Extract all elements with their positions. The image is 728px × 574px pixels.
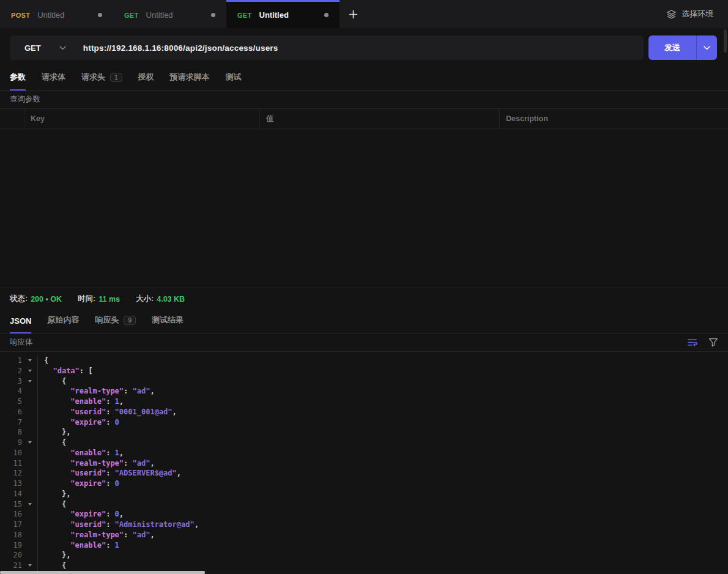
line-number: 18	[0, 530, 22, 540]
query-params-empty-body[interactable]	[0, 129, 728, 288]
line-number: 21	[0, 561, 22, 571]
code-line: 2 "data": [	[0, 366, 728, 376]
request-tab-5[interactable]: 预请求脚本	[170, 72, 210, 91]
response-tab-4[interactable]: 测试结果	[152, 315, 184, 334]
tab-method-badge: GET	[237, 12, 252, 19]
code-text: "enable": 1	[38, 540, 119, 551]
editor-tabbar: POSTUntitledGETUntitledGETUntitled 选择环境	[0, 0, 728, 28]
format-wrap-button[interactable]	[687, 338, 697, 347]
code-text: "expire": 0	[38, 417, 119, 428]
fold-slot	[22, 550, 38, 561]
tab-title: Untitled	[37, 10, 93, 20]
fold-toggle[interactable]	[22, 366, 38, 376]
request-tab-1[interactable]: 参数	[10, 72, 26, 91]
line-number: 7	[0, 417, 22, 428]
request-tab-4[interactable]: 授权	[138, 72, 154, 91]
fold-slot	[22, 397, 38, 407]
code-line: 14 },	[0, 489, 728, 499]
response-body-header: 响应体	[0, 334, 728, 352]
fold-arrow-icon	[28, 441, 32, 444]
tab-title: Untitled	[146, 10, 206, 20]
code-text: "userid": "0001_001@ad",	[38, 407, 177, 417]
fold-slot	[22, 417, 38, 428]
send-button[interactable]: 发送	[648, 35, 717, 60]
fold-slot	[22, 427, 38, 438]
size-value: 4.03 KB	[157, 295, 185, 304]
fold-toggle[interactable]	[22, 356, 38, 366]
tab-label: 预请求脚本	[170, 72, 210, 83]
editor-tab-3[interactable]: GETUntitled	[226, 0, 340, 28]
editor-tab-2[interactable]: GETUntitled	[113, 0, 226, 28]
filter-funnel-icon	[708, 338, 718, 347]
code-text: "realm-type": "ad",	[38, 530, 155, 540]
code-line: 11 "realm-type": "ad",	[0, 458, 728, 469]
time-item: 时间: 11 ms	[78, 294, 120, 304]
new-tab-button[interactable]	[340, 0, 366, 28]
fold-toggle[interactable]	[22, 561, 38, 571]
tab-count-badge: 1	[110, 73, 122, 82]
tab-count-badge: 9	[124, 316, 136, 325]
param-column-header-2: 值	[260, 109, 500, 129]
code-line: 4 "realm-type": "ad",	[0, 386, 728, 397]
time-label: 时间:	[78, 294, 95, 304]
line-number: 15	[0, 499, 22, 510]
json-response-viewer[interactable]: 1{2 "data": [3 {4 "realm-type": "ad",5 "…	[0, 352, 728, 571]
method-select[interactable]: GET	[10, 43, 83, 53]
plus-icon	[349, 10, 358, 19]
response-tabs: JSON原始内容响应头9测试结果	[0, 310, 728, 334]
horizontal-scrollbar-track[interactable]	[0, 571, 728, 574]
filter-button[interactable]	[708, 338, 718, 347]
status-label: 状态:	[10, 294, 28, 304]
code-line: 10 "enable": 1,	[0, 448, 728, 458]
code-text: {	[38, 438, 66, 448]
unsaved-dot-icon	[324, 13, 329, 17]
tab-method-badge: GET	[124, 12, 139, 19]
fold-toggle[interactable]	[22, 438, 38, 448]
response-tab-3[interactable]: 响应头9	[95, 315, 136, 334]
code-line: 16 "expire": 0,	[0, 509, 728, 520]
horizontal-scrollbar-thumb[interactable]	[0, 571, 205, 574]
fold-slot	[22, 448, 38, 458]
code-line: 18 "realm-type": "ad",	[0, 530, 728, 540]
editor-tab-list: POSTUntitledGETUntitledGETUntitled	[0, 0, 340, 28]
fold-arrow-icon	[28, 564, 32, 567]
send-options-caret[interactable]	[696, 35, 717, 60]
tab-label: JSON	[10, 316, 31, 326]
code-line: 19 "enable": 1	[0, 540, 728, 551]
url-bar: GET https://192.168.1.16:8006/api2/json/…	[10, 35, 644, 60]
fold-arrow-icon	[28, 370, 32, 372]
tab-label: 测试结果	[152, 315, 184, 326]
fold-slot	[22, 479, 38, 489]
code-line: 12 "userid": "ADSERVER$@ad",	[0, 468, 728, 479]
fold-arrow-icon	[28, 503, 32, 505]
request-tab-3[interactable]: 请求头1	[81, 72, 122, 91]
line-number: 1	[0, 356, 22, 366]
fold-toggle[interactable]	[22, 499, 38, 510]
response-tab-2[interactable]: 原始内容	[47, 315, 79, 334]
fold-arrow-icon	[28, 380, 32, 382]
code-text: {	[38, 499, 66, 510]
code-text: "userid": "ADSERVER$@ad",	[38, 468, 181, 479]
tab-label: 参数	[10, 72, 26, 83]
tab-label: 原始内容	[47, 315, 79, 326]
code-line: 9 {	[0, 438, 728, 448]
line-number: 12	[0, 468, 22, 479]
environment-select[interactable]: 选择环境	[666, 9, 713, 20]
tab-label: 测试	[226, 72, 242, 83]
fold-toggle[interactable]	[22, 376, 38, 387]
layers-icon	[666, 9, 677, 20]
request-tab-2[interactable]: 请求体	[42, 72, 65, 91]
vertical-scrollbar[interactable]	[724, 29, 727, 53]
tab-label: 授权	[138, 72, 154, 83]
request-tab-6[interactable]: 测试	[226, 72, 242, 91]
editor-tab-1[interactable]: POSTUntitled	[0, 0, 113, 28]
request-url-row: GET https://192.168.1.16:8006/api2/json/…	[0, 28, 728, 67]
url-input[interactable]: https://192.168.1.16:8006/api2/json/acce…	[83, 43, 278, 53]
response-tab-1[interactable]: JSON	[10, 316, 31, 334]
wrap-lines-icon	[687, 338, 697, 347]
line-number: 6	[0, 407, 22, 417]
param-checkbox-column[interactable]	[0, 109, 24, 129]
time-value: 11 ms	[98, 295, 120, 304]
code-text: {	[38, 356, 48, 366]
response-status-row: 状态: 200 • OK 时间: 11 ms 大小: 4.03 KB	[0, 288, 728, 310]
